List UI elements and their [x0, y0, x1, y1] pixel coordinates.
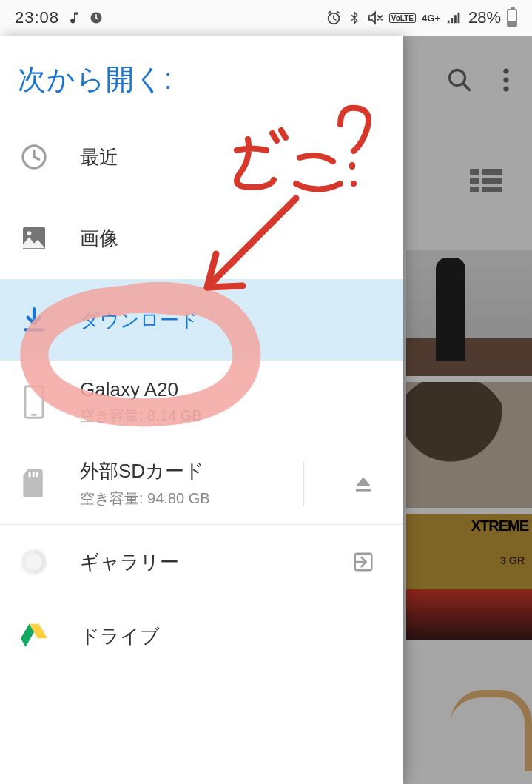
drawer-item-device-storage[interactable]: Galaxy A20 空き容量: 8.14 GB [0, 361, 403, 443]
image-icon [18, 224, 50, 253]
svg-rect-9 [482, 178, 502, 184]
drawer-item-gallery[interactable]: ギャラリー [0, 525, 403, 599]
svg-rect-18 [33, 472, 35, 477]
trailing-divider [303, 461, 304, 506]
sd-card-icon [18, 467, 50, 500]
drawer-item-downloads[interactable]: ダウンロード [0, 279, 403, 361]
battery-percentage: 28% [468, 8, 501, 27]
status-time: 23:08 [15, 8, 59, 27]
drawer-item-images[interactable]: 画像 [0, 198, 403, 279]
phone-icon [18, 384, 50, 420]
overflow-menu-icon[interactable] [502, 67, 510, 93]
mute-icon [367, 10, 383, 26]
circle-icon [89, 10, 104, 25]
drawer-item-label: ギャラリー [80, 549, 312, 575]
status-bar: 23:08 VoLTE 4G+ 28% [0, 0, 532, 36]
svg-rect-11 [482, 187, 502, 192]
svg-rect-15 [25, 386, 43, 418]
open-from-drawer: 次から開く: 最近 画像 ダウンロード Galaxy [0, 36, 403, 784]
background-toolbar [399, 36, 532, 124]
status-right: VoLTE 4G+ 28% [326, 8, 517, 27]
svg-rect-19 [36, 472, 38, 477]
drawer-item-label: 画像 [80, 226, 385, 252]
signal-icon [446, 10, 462, 25]
svg-rect-6 [470, 169, 479, 175]
view-list-icon[interactable] [470, 169, 502, 192]
drawer-item-label: 外部SDカード [80, 458, 266, 484]
drawer-item-sd-card[interactable]: 外部SDカード 空き容量: 94.80 GB [0, 443, 403, 524]
svg-rect-10 [470, 187, 479, 192]
music-icon [67, 10, 81, 25]
network-label: 4G+ [422, 13, 440, 23]
svg-rect-16 [31, 414, 37, 416]
drawer-item-sublabel: 空き容量: 94.80 GB [80, 489, 266, 509]
drawer-item-recent[interactable]: 最近 [0, 116, 403, 198]
svg-rect-8 [470, 178, 479, 184]
svg-point-5 [503, 86, 508, 91]
drawer-item-drive[interactable]: ドライブ [0, 599, 403, 673]
svg-rect-20 [356, 489, 371, 492]
google-drive-icon [18, 623, 50, 649]
svg-point-3 [503, 68, 508, 73]
battery-icon [507, 9, 517, 27]
drawer-item-label: ドライブ [80, 623, 385, 649]
open-external-icon[interactable] [341, 551, 385, 573]
eject-icon[interactable] [341, 472, 385, 495]
download-icon [18, 305, 50, 335]
svg-point-14 [27, 231, 31, 235]
status-left: 23:08 [15, 8, 104, 27]
bluetooth-icon [348, 10, 361, 26]
svg-rect-7 [482, 169, 502, 175]
drawer-item-label: ダウンロード [80, 307, 385, 333]
drawer-list: 最近 画像 ダウンロード Galaxy A20 空き容量: 8.14 GB [0, 116, 403, 673]
drawer-item-sublabel: 空き容量: 8.14 GB [80, 406, 385, 426]
search-icon[interactable] [446, 67, 473, 93]
clock-icon [18, 142, 50, 172]
svg-point-4 [503, 77, 508, 82]
volte-badge: VoLTE [389, 13, 416, 23]
drawer-item-label: 最近 [80, 144, 385, 170]
gallery-app-icon [18, 547, 50, 577]
alarm-icon [326, 10, 342, 26]
svg-rect-17 [29, 472, 31, 477]
drawer-item-label: Galaxy A20 [80, 378, 385, 401]
drawer-title: 次から開く: [0, 36, 403, 116]
